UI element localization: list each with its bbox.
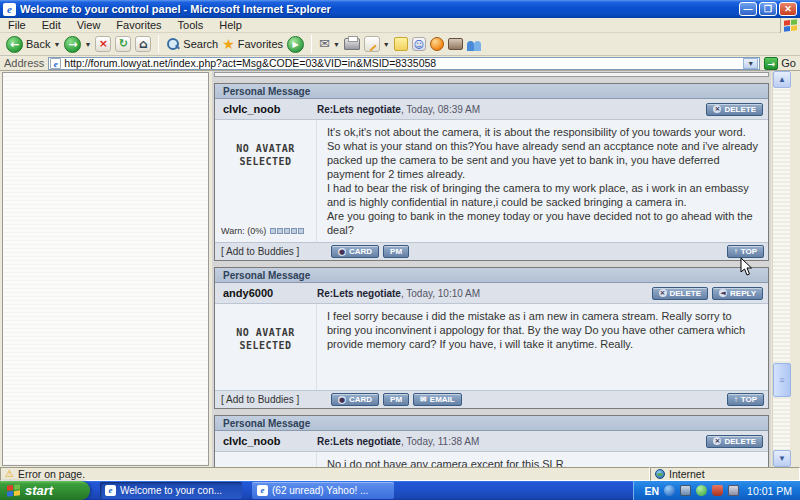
back-button[interactable]: ← Back ▼	[6, 36, 60, 53]
window-title: Welcome to your control panel - Microsof…	[20, 3, 739, 15]
edit-dropdown-icon[interactable]: ▼	[383, 41, 390, 48]
internet-zone-icon	[655, 469, 665, 479]
warn-box-icon	[270, 228, 276, 234]
edit-button[interactable]: ▼	[364, 36, 390, 52]
pm-button[interactable]: PM	[383, 393, 409, 406]
taskbar-task-yahoo[interactable]: e (62 unread) Yahoo! ...	[252, 482, 394, 499]
language-indicator[interactable]: EN	[644, 485, 659, 497]
message-body: It's ok,it's not about the camera, it is…	[317, 120, 768, 242]
message-body: I feel sorry because i did the mistake a…	[317, 304, 768, 390]
tray-security-icon[interactable]	[712, 485, 723, 496]
envelope-icon: ✉	[420, 396, 427, 404]
home-button[interactable]: ⌂	[135, 36, 151, 52]
favorites-button[interactable]: ★ Favorites	[222, 37, 283, 51]
minimize-button[interactable]: —	[739, 2, 757, 16]
forward-icon: →	[64, 36, 81, 53]
add-to-buddies-link[interactable]: [ Add to Buddies ]	[215, 246, 317, 257]
menu-edit[interactable]: Edit	[34, 19, 69, 31]
restore-button[interactable]: ❐	[759, 2, 777, 16]
page-icon: e	[50, 58, 61, 69]
tray-network-icon[interactable]	[680, 485, 691, 496]
taskbar: start e Welcome to your con... e (62 unr…	[0, 481, 800, 500]
ie-task-icon: e	[105, 485, 116, 496]
email-button[interactable]: ✉EMAIL	[413, 393, 462, 406]
scroll-up-icon[interactable]: ▲	[773, 71, 791, 88]
panel-title: Personal Message	[215, 416, 768, 431]
menu-help[interactable]: Help	[211, 19, 250, 31]
username[interactable]: cIvIc_noob	[215, 435, 317, 447]
star-icon: ★	[222, 37, 235, 51]
notes-icon[interactable]	[394, 37, 408, 51]
close-button[interactable]: ✕	[779, 2, 797, 16]
address-input[interactable]: e http://forum.lowyat.net/index.php?act=…	[48, 57, 760, 70]
mail-icon: ✉	[319, 37, 330, 51]
mail-button[interactable]: ✉ ▼	[319, 37, 340, 51]
ie-logo-icon: e	[3, 3, 16, 16]
search-button[interactable]: Search	[166, 37, 218, 51]
address-dropdown-icon[interactable]: ▼	[743, 58, 758, 69]
delete-button[interactable]: ×DELETE	[706, 103, 763, 116]
add-to-buddies-link[interactable]: [ Add to Buddies ]	[215, 394, 317, 405]
mouse-cursor	[740, 257, 753, 276]
messenger-icon[interactable]: ☺	[412, 37, 426, 51]
warn-level: Warn: (0%)	[221, 226, 304, 236]
taskbar-task-ie[interactable]: e Welcome to your con...	[100, 482, 242, 499]
mail-dropdown-icon[interactable]: ▼	[333, 41, 340, 48]
delete-button[interactable]: ×DELETE	[652, 287, 709, 300]
media-player-icon[interactable]	[430, 37, 444, 51]
menu-bar: File Edit View Favorites Tools Help	[0, 18, 800, 33]
media-button[interactable]: ▶	[287, 36, 304, 53]
toolbar-separator	[158, 35, 159, 53]
forward-dropdown-icon[interactable]: ▼	[84, 41, 91, 48]
address-label: Address	[4, 57, 44, 69]
menu-file[interactable]: File	[0, 19, 34, 31]
address-url[interactable]: http://forum.lowyat.net/index.php?act=Ms…	[64, 57, 743, 69]
clock: 10:01 PM	[747, 485, 792, 497]
menu-tools[interactable]: Tools	[170, 19, 212, 31]
menu-favorites[interactable]: Favorites	[108, 19, 169, 31]
x-icon: ×	[713, 437, 721, 445]
menu-view[interactable]: View	[69, 19, 109, 31]
warn-box-icon	[291, 228, 297, 234]
warn-box-icon	[277, 228, 283, 234]
scrollbar-thumb[interactable]	[773, 363, 791, 397]
card-button[interactable]: ●CARD	[331, 245, 379, 258]
start-button[interactable]: start	[0, 481, 90, 500]
panel-title: Personal Message	[215, 84, 768, 99]
reply-button[interactable]: ◄REPLY	[712, 287, 763, 300]
left-frame	[2, 72, 209, 466]
pm-button[interactable]: PM	[383, 245, 409, 258]
username[interactable]: andy6000	[215, 287, 317, 299]
x-icon: ×	[659, 289, 667, 297]
refresh-button[interactable]: ↻	[115, 36, 131, 52]
forward-button[interactable]: → ▼	[64, 36, 91, 53]
avatar-cell: NO AVATAR SELECTED Warn: (0%)	[215, 120, 317, 242]
message-panel: Personal Message andy6000 Re:Lets negoti…	[214, 267, 769, 409]
username[interactable]: cIvIc_noob	[215, 103, 317, 115]
toolbar-separator	[311, 35, 312, 53]
go-button[interactable]: → Go	[764, 57, 796, 70]
message-panel: Personal Message cIvIc_noob Re:Lets nego…	[214, 83, 769, 261]
warn-box-icon	[298, 228, 304, 234]
scroll-down-icon[interactable]: ▼	[773, 450, 791, 467]
card-button[interactable]: ●CARD	[331, 393, 379, 406]
x-icon: ×	[713, 105, 721, 113]
messages-frame: Personal Message cIvIc_noob Re:Lets nego…	[212, 71, 771, 467]
print-button[interactable]	[344, 38, 360, 50]
camera-icon[interactable]	[448, 38, 463, 50]
go-arrow-icon: →	[764, 57, 778, 70]
back-dropdown-icon[interactable]: ▼	[53, 41, 60, 48]
contacts-icon[interactable]	[467, 38, 482, 51]
tray-antivirus-icon[interactable]	[696, 485, 707, 496]
up-arrow-icon: ↑	[734, 396, 738, 404]
vertical-scrollbar[interactable]: ▲ ▼	[772, 71, 790, 467]
person-icon: ●	[338, 396, 346, 404]
delete-button[interactable]: ×DELETE	[706, 435, 763, 448]
person-icon: ●	[338, 248, 346, 256]
top-button[interactable]: ↑TOP	[727, 393, 764, 406]
stop-button[interactable]: ×	[95, 36, 111, 52]
tray-volume-icon[interactable]	[728, 485, 739, 496]
tray-messenger-icon[interactable]	[664, 485, 675, 496]
scrolled-content-edge	[214, 72, 769, 77]
message-body: No i do not have any camera except for t…	[317, 452, 768, 467]
